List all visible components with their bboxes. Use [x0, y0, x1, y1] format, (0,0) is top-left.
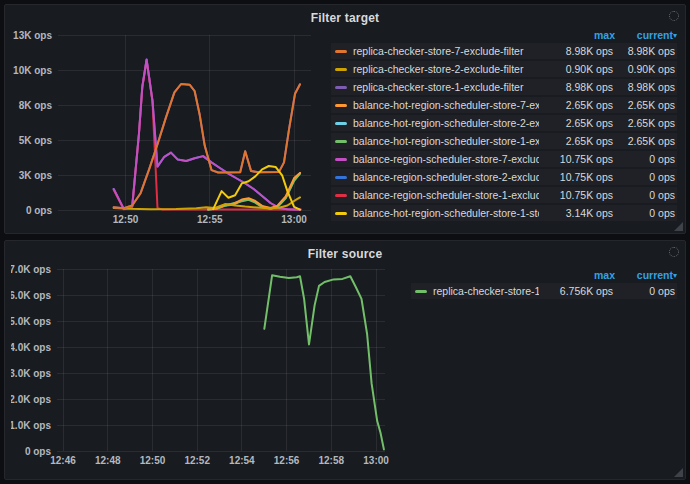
legend-series-name[interactable]: balance-hot-region-scheduler-store-7-exc… — [353, 99, 539, 111]
panel-filter-source: Filter source 12:4612:4812:5012:5212:541… — [4, 240, 686, 480]
legend-current-value: 2.65K ops — [613, 117, 675, 129]
legend-row[interactable]: balance-region-scheduler-store-7-exclude… — [331, 151, 677, 167]
legend-sort-current[interactable]: current▾ — [615, 29, 677, 41]
legend-row[interactable]: balance-hot-region-scheduler-store-1-sto… — [331, 205, 677, 221]
panel-title[interactable]: Filter source — [5, 247, 685, 261]
series-color-swatch — [335, 140, 347, 143]
y-tick-label: 3K ops — [19, 170, 53, 181]
legend-max-value: 8.98K ops — [539, 81, 613, 93]
legend-header: max current▾ — [331, 27, 677, 42]
legend-current-value: 0 ops — [613, 153, 675, 165]
series-line-replica-checker-store-1-health-filter — [264, 275, 384, 449]
x-tick-label: 12:50 — [113, 214, 139, 225]
x-tick-label: 13:00 — [281, 214, 307, 225]
legend-current-value: 0 ops — [613, 189, 675, 201]
sort-caret-icon: ▾ — [673, 31, 677, 40]
legend-current-value: 2.65K ops — [613, 135, 675, 147]
legend-max-value: 2.65K ops — [539, 99, 613, 111]
legend-row[interactable]: replica-checker-store-1-health-filter6.7… — [411, 283, 677, 299]
filter-target-chart[interactable]: 12:5012:5513:000 ops3K ops5K ops8K ops10… — [11, 27, 323, 227]
panel-resize-handle[interactable] — [674, 222, 683, 231]
legend-max-value: 2.65K ops — [539, 135, 613, 147]
legend-series-name[interactable]: balance-hot-region-scheduler-store-2-exc… — [353, 117, 539, 129]
legend-table: max current▾ replica-checker-store-7-exc… — [331, 27, 677, 223]
y-tick-label: 10K ops — [13, 65, 52, 76]
legend-table: max current▾ replica-checker-store-1-hea… — [411, 263, 677, 301]
series-color-swatch — [335, 122, 347, 125]
y-tick-label: 2.0K ops — [11, 394, 51, 405]
x-tick-label: 12:46 — [50, 455, 76, 466]
x-tick-label: 12:58 — [319, 455, 345, 466]
legend-sort-current[interactable]: current▾ — [615, 269, 677, 281]
legend-max-value: 6.756K ops — [539, 285, 613, 297]
series-color-swatch — [335, 176, 347, 179]
y-tick-label: 5.0K ops — [11, 316, 51, 327]
y-tick-label: 0 ops — [25, 446, 52, 457]
y-tick-label: 3.0K ops — [11, 368, 51, 379]
legend-row[interactable]: balance-region-scheduler-store-2-exclude… — [331, 169, 677, 185]
y-tick-label: 1.0K ops — [11, 420, 51, 431]
legend-series-name[interactable]: replica-checker-store-2-exclude-filter — [353, 63, 539, 75]
legend-series-name[interactable]: balance-region-scheduler-store-7-exclude… — [353, 153, 539, 165]
legend-max-value: 0.90K ops — [539, 63, 613, 75]
legend-series-name[interactable]: replica-checker-store-1-health-filter — [433, 285, 539, 297]
legend-series-name[interactable]: balance-region-scheduler-store-1-exclude… — [353, 189, 539, 201]
series-color-swatch — [335, 104, 347, 107]
x-tick-label: 12:48 — [95, 455, 121, 466]
series-color-swatch — [335, 68, 347, 71]
legend-series-name[interactable]: replica-checker-store-1-exclude-filter — [353, 81, 539, 93]
y-tick-label: 8K ops — [19, 100, 53, 111]
legend-row[interactable]: replica-checker-store-2-exclude-filter0.… — [331, 61, 677, 77]
panel-resize-handle[interactable] — [674, 468, 683, 477]
x-tick-label: 12:50 — [140, 455, 166, 466]
y-tick-label: 7.0K ops — [11, 264, 51, 275]
legend-max-value: 2.65K ops — [539, 117, 613, 129]
y-tick-label: 6.0K ops — [11, 290, 51, 301]
y-tick-label: 0 ops — [26, 205, 53, 216]
legend-max-value: 3.14K ops — [539, 207, 613, 219]
filter-source-chart[interactable]: 12:4612:4812:5012:5212:5412:5612:5813:00… — [11, 263, 403, 475]
panel-title[interactable]: Filter target — [5, 11, 685, 25]
legend-row[interactable]: balance-hot-region-scheduler-store-2-exc… — [331, 115, 677, 131]
legend-current-value: 0 ops — [613, 285, 675, 297]
legend-current-value: 0 ops — [613, 207, 675, 219]
legend-max-value: 10.75K ops — [539, 189, 613, 201]
series-color-swatch — [335, 158, 347, 161]
legend-sort-max[interactable]: max — [541, 29, 615, 41]
series-color-swatch — [335, 50, 347, 53]
y-tick-label: 5K ops — [19, 135, 53, 146]
legend-max-value: 10.75K ops — [539, 153, 613, 165]
legend-sort-max[interactable]: max — [541, 269, 615, 281]
series-color-swatch — [415, 290, 427, 293]
panel-filter-target: Filter target 12:5012:5513:000 ops3K ops… — [4, 4, 686, 234]
series-line-balance-region-scheduler-store-7-exclude-filter — [114, 60, 300, 210]
legend-row[interactable]: replica-checker-store-7-exclude-filter8.… — [331, 43, 677, 59]
legend-max-value: 10.75K ops — [539, 171, 613, 183]
legend-current-value: 8.98K ops — [613, 81, 675, 93]
x-tick-label: 12:54 — [229, 455, 255, 466]
legend-series-name[interactable]: balance-hot-region-scheduler-store-1-exc… — [353, 135, 539, 147]
legend-current-value: 8.98K ops — [613, 45, 675, 57]
panel-spinner-icon — [669, 11, 679, 21]
series-line-balance-region-scheduler-store-2-exclude-filter — [114, 60, 300, 210]
legend-row[interactable]: balance-hot-region-scheduler-store-1-exc… — [331, 133, 677, 149]
series-color-swatch — [335, 194, 347, 197]
legend-row[interactable]: balance-region-scheduler-store-1-exclude… — [331, 187, 677, 203]
legend-row[interactable]: balance-hot-region-scheduler-store-7-exc… — [331, 97, 677, 113]
legend-series-name[interactable]: balance-region-scheduler-store-2-exclude… — [353, 171, 539, 183]
legend-current-value: 0.90K ops — [613, 63, 675, 75]
legend-current-value: 2.65K ops — [613, 99, 675, 111]
x-tick-label: 12:56 — [274, 455, 300, 466]
legend-header: max current▾ — [411, 267, 677, 282]
legend-max-value: 8.98K ops — [539, 45, 613, 57]
legend-row[interactable]: replica-checker-store-1-exclude-filter8.… — [331, 79, 677, 95]
legend-current-value: 0 ops — [613, 171, 675, 183]
legend-series-name[interactable]: balance-hot-region-scheduler-store-1-sto… — [353, 207, 539, 219]
series-color-swatch — [335, 86, 347, 89]
x-tick-label: 12:52 — [184, 455, 210, 466]
sort-caret-icon: ▾ — [673, 271, 677, 280]
y-tick-label: 4.0K ops — [11, 342, 51, 353]
series-color-swatch — [335, 212, 347, 215]
x-tick-label: 12:55 — [197, 214, 223, 225]
legend-series-name[interactable]: replica-checker-store-7-exclude-filter — [353, 45, 539, 57]
